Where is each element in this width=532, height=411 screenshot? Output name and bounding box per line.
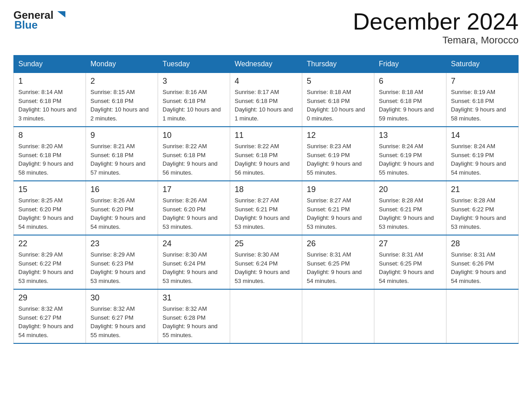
calendar-week-row: 8 Sunrise: 8:20 AMSunset: 6:18 PMDayligh… bbox=[14, 127, 519, 181]
day-info: Sunrise: 8:24 AMSunset: 6:19 PMDaylight:… bbox=[379, 143, 434, 176]
calendar-week-row: 1 Sunrise: 8:14 AMSunset: 6:18 PMDayligh… bbox=[14, 73, 519, 127]
day-number: 24 bbox=[163, 239, 225, 248]
calendar-cell: 21 Sunrise: 8:28 AMSunset: 6:22 PMDaylig… bbox=[446, 181, 519, 235]
day-number: 16 bbox=[90, 185, 153, 194]
calendar-cell: 3 Sunrise: 8:16 AMSunset: 6:18 PMDayligh… bbox=[158, 73, 230, 127]
day-info: Sunrise: 8:29 AMSunset: 6:22 PMDaylight:… bbox=[18, 251, 73, 284]
calendar-cell: 25 Sunrise: 8:30 AMSunset: 6:24 PMDaylig… bbox=[230, 235, 302, 289]
day-number: 29 bbox=[18, 293, 81, 303]
day-info: Sunrise: 8:22 AMSunset: 6:18 PMDaylight:… bbox=[163, 143, 218, 176]
day-number: 31 bbox=[163, 293, 225, 303]
day-info: Sunrise: 8:31 AMSunset: 6:25 PMDaylight:… bbox=[379, 251, 434, 284]
day-number: 8 bbox=[18, 131, 81, 140]
page-header: General Blue December 2024 Temara, Moroc… bbox=[13, 9, 519, 46]
day-number: 11 bbox=[235, 131, 297, 140]
day-info: Sunrise: 8:27 AMSunset: 6:21 PMDaylight:… bbox=[307, 197, 362, 230]
day-number: 9 bbox=[90, 131, 153, 140]
calendar-cell: 1 Sunrise: 8:14 AMSunset: 6:18 PMDayligh… bbox=[14, 73, 86, 127]
calendar-cell: 4 Sunrise: 8:17 AMSunset: 6:18 PMDayligh… bbox=[230, 73, 302, 127]
day-number: 13 bbox=[379, 131, 442, 140]
day-number: 27 bbox=[379, 239, 442, 248]
day-number: 19 bbox=[307, 185, 369, 194]
day-info: Sunrise: 8:28 AMSunset: 6:22 PMDaylight:… bbox=[451, 197, 506, 230]
logo-blue-text: Blue bbox=[14, 19, 38, 31]
day-number: 4 bbox=[235, 77, 297, 86]
day-number: 26 bbox=[307, 239, 369, 248]
day-number: 10 bbox=[163, 131, 225, 140]
location: Temara, Morocco bbox=[353, 34, 519, 46]
day-info: Sunrise: 8:26 AMSunset: 6:20 PMDaylight:… bbox=[90, 197, 146, 230]
day-info: Sunrise: 8:26 AMSunset: 6:20 PMDaylight:… bbox=[163, 197, 218, 230]
day-of-week-header: Sunday bbox=[14, 56, 86, 73]
day-info: Sunrise: 8:17 AMSunset: 6:18 PMDaylight:… bbox=[235, 89, 293, 122]
calendar-cell: 17 Sunrise: 8:26 AMSunset: 6:20 PMDaylig… bbox=[158, 181, 230, 235]
day-info: Sunrise: 8:23 AMSunset: 6:19 PMDaylight:… bbox=[307, 143, 362, 176]
logo: General Blue bbox=[13, 9, 68, 31]
day-number: 2 bbox=[90, 77, 153, 86]
day-info: Sunrise: 8:14 AMSunset: 6:18 PMDaylight:… bbox=[18, 89, 77, 122]
calendar-cell bbox=[230, 289, 302, 343]
calendar-cell: 29 Sunrise: 8:32 AMSunset: 6:27 PMDaylig… bbox=[14, 289, 86, 343]
calendar-cell: 11 Sunrise: 8:22 AMSunset: 6:18 PMDaylig… bbox=[230, 127, 302, 181]
calendar-cell bbox=[302, 289, 374, 343]
day-number: 25 bbox=[235, 239, 297, 248]
day-info: Sunrise: 8:30 AMSunset: 6:24 PMDaylight:… bbox=[235, 251, 290, 284]
day-number: 7 bbox=[451, 77, 514, 86]
calendar-cell: 7 Sunrise: 8:19 AMSunset: 6:18 PMDayligh… bbox=[446, 73, 519, 127]
calendar-cell bbox=[374, 289, 446, 343]
day-number: 18 bbox=[235, 185, 297, 194]
calendar-cell: 20 Sunrise: 8:28 AMSunset: 6:21 PMDaylig… bbox=[374, 181, 446, 235]
day-info: Sunrise: 8:27 AMSunset: 6:21 PMDaylight:… bbox=[235, 197, 290, 230]
day-info: Sunrise: 8:24 AMSunset: 6:19 PMDaylight:… bbox=[451, 143, 506, 176]
day-number: 23 bbox=[90, 239, 153, 248]
day-info: Sunrise: 8:18 AMSunset: 6:18 PMDaylight:… bbox=[379, 89, 434, 122]
day-info: Sunrise: 8:31 AMSunset: 6:26 PMDaylight:… bbox=[451, 251, 506, 284]
day-number: 5 bbox=[307, 77, 369, 86]
calendar-week-row: 29 Sunrise: 8:32 AMSunset: 6:27 PMDaylig… bbox=[14, 289, 519, 343]
day-number: 22 bbox=[18, 239, 81, 248]
day-info: Sunrise: 8:32 AMSunset: 6:27 PMDaylight:… bbox=[18, 305, 73, 338]
day-info: Sunrise: 8:32 AMSunset: 6:27 PMDaylight:… bbox=[90, 305, 146, 338]
day-number: 15 bbox=[18, 185, 81, 194]
title-block: December 2024 Temara, Morocco bbox=[353, 9, 519, 46]
calendar-cell: 26 Sunrise: 8:31 AMSunset: 6:25 PMDaylig… bbox=[302, 235, 374, 289]
day-number: 30 bbox=[90, 293, 153, 303]
calendar-cell: 8 Sunrise: 8:20 AMSunset: 6:18 PMDayligh… bbox=[14, 127, 86, 181]
day-of-week-header: Thursday bbox=[302, 56, 374, 73]
day-number: 3 bbox=[163, 77, 225, 86]
day-info: Sunrise: 8:32 AMSunset: 6:28 PMDaylight:… bbox=[163, 305, 218, 338]
day-number: 20 bbox=[379, 185, 442, 194]
day-of-week-header: Monday bbox=[86, 56, 158, 73]
calendar-cell: 27 Sunrise: 8:31 AMSunset: 6:25 PMDaylig… bbox=[374, 235, 446, 289]
calendar-cell: 13 Sunrise: 8:24 AMSunset: 6:19 PMDaylig… bbox=[374, 127, 446, 181]
day-info: Sunrise: 8:20 AMSunset: 6:18 PMDaylight:… bbox=[18, 143, 73, 176]
calendar-cell: 16 Sunrise: 8:26 AMSunset: 6:20 PMDaylig… bbox=[86, 181, 158, 235]
calendar-header-row: SundayMondayTuesdayWednesdayThursdayFrid… bbox=[14, 56, 519, 73]
day-info: Sunrise: 8:18 AMSunset: 6:18 PMDaylight:… bbox=[307, 89, 365, 122]
day-info: Sunrise: 8:29 AMSunset: 6:23 PMDaylight:… bbox=[90, 251, 146, 284]
day-info: Sunrise: 8:30 AMSunset: 6:24 PMDaylight:… bbox=[163, 251, 218, 284]
day-info: Sunrise: 8:19 AMSunset: 6:18 PMDaylight:… bbox=[451, 89, 506, 122]
day-of-week-header: Friday bbox=[374, 56, 446, 73]
calendar-cell: 18 Sunrise: 8:27 AMSunset: 6:21 PMDaylig… bbox=[230, 181, 302, 235]
calendar-cell: 19 Sunrise: 8:27 AMSunset: 6:21 PMDaylig… bbox=[302, 181, 374, 235]
day-number: 1 bbox=[18, 77, 81, 86]
day-of-week-header: Tuesday bbox=[158, 56, 230, 73]
svg-marker-0 bbox=[57, 11, 65, 17]
calendar-cell: 2 Sunrise: 8:15 AMSunset: 6:18 PMDayligh… bbox=[86, 73, 158, 127]
calendar-cell: 31 Sunrise: 8:32 AMSunset: 6:28 PMDaylig… bbox=[158, 289, 230, 343]
calendar-cell: 14 Sunrise: 8:24 AMSunset: 6:19 PMDaylig… bbox=[446, 127, 519, 181]
calendar-cell: 28 Sunrise: 8:31 AMSunset: 6:26 PMDaylig… bbox=[446, 235, 519, 289]
calendar-cell: 10 Sunrise: 8:22 AMSunset: 6:18 PMDaylig… bbox=[158, 127, 230, 181]
day-of-week-header: Saturday bbox=[446, 56, 519, 73]
calendar-cell: 30 Sunrise: 8:32 AMSunset: 6:27 PMDaylig… bbox=[86, 289, 158, 343]
day-number: 21 bbox=[451, 185, 514, 194]
calendar-cell: 23 Sunrise: 8:29 AMSunset: 6:23 PMDaylig… bbox=[86, 235, 158, 289]
day-number: 6 bbox=[379, 77, 442, 86]
day-number: 14 bbox=[451, 131, 514, 140]
day-number: 28 bbox=[451, 239, 514, 248]
calendar-cell: 22 Sunrise: 8:29 AMSunset: 6:22 PMDaylig… bbox=[14, 235, 86, 289]
calendar-week-row: 15 Sunrise: 8:25 AMSunset: 6:20 PMDaylig… bbox=[14, 181, 519, 235]
calendar-cell: 6 Sunrise: 8:18 AMSunset: 6:18 PMDayligh… bbox=[374, 73, 446, 127]
day-of-week-header: Wednesday bbox=[230, 56, 302, 73]
